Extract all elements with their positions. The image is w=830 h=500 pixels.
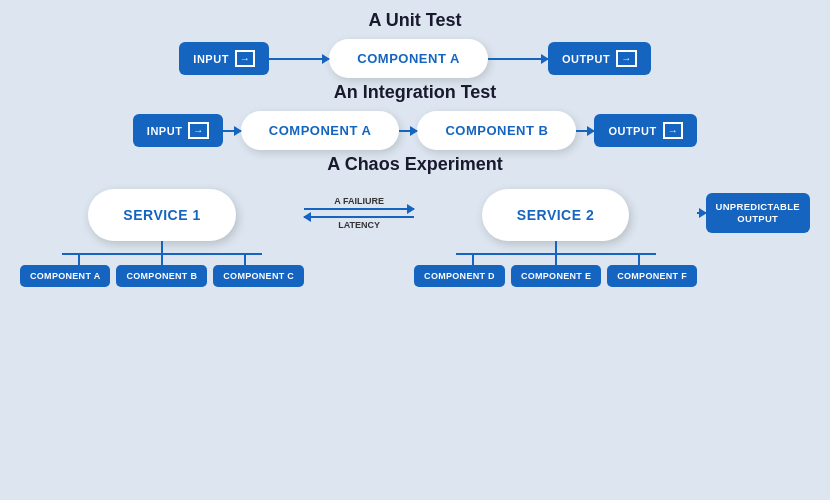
latency-label: LATENCY xyxy=(338,220,380,230)
int-arrow1 xyxy=(223,130,241,132)
s2-comp-d: COMPONENT D xyxy=(414,265,505,287)
s1-branch-left xyxy=(78,253,80,265)
service2-components: COMPONENT D COMPONENT E COMPONENT F xyxy=(414,265,697,287)
failure-label: A FAILIURE xyxy=(334,196,384,206)
chaos-title: A Chaos Experiment xyxy=(20,154,810,175)
unit-component-a: COMPONENT A xyxy=(329,39,488,78)
integration-output-label: OUTPUT xyxy=(608,125,656,137)
unit-test-row: INPUT → COMPONENT A OUTPUT → xyxy=(20,39,810,78)
output-arrow xyxy=(697,212,705,214)
s1-comp-c-label: COMPONENT C xyxy=(223,271,294,281)
unpredictable-line2: OUTPUT xyxy=(716,213,800,225)
s2-comp-f-label: COMPONENT F xyxy=(617,271,687,281)
unit-output-label: OUTPUT xyxy=(562,53,610,65)
failure-arrow xyxy=(304,208,414,210)
service2-horiz xyxy=(456,253,656,255)
output-icon-2: → xyxy=(663,122,684,139)
s2-branch-left xyxy=(472,253,474,265)
unit-input-label: INPUT xyxy=(193,53,229,65)
integration-output-box: OUTPUT → xyxy=(594,114,697,147)
integration-test-section: An Integration Test INPUT → COMPONENT A … xyxy=(20,82,810,150)
s1-comp-a: COMPONENT A xyxy=(20,265,110,287)
service1-group: SERVICE 1 xyxy=(20,189,304,287)
s2-branch-center xyxy=(555,253,557,265)
unit-test-section: A Unit Test INPUT → COMPONENT A OUTPUT xyxy=(20,10,810,78)
s1-branch-right xyxy=(244,253,246,265)
unit-output-box: OUTPUT → xyxy=(548,42,651,75)
service2-pill: SERVICE 2 xyxy=(482,189,629,241)
integration-component-b: COMPONENT B xyxy=(417,111,576,150)
output-icon: → xyxy=(616,50,637,67)
int-comp-b-label: COMPONENT B xyxy=(445,123,548,138)
unpredictable-output-box: UNPREDICTABLE OUTPUT xyxy=(706,193,810,234)
integration-test-title: An Integration Test xyxy=(20,82,810,103)
integration-input-label: INPUT xyxy=(147,125,183,137)
service1-vert xyxy=(161,241,163,253)
integration-test-row: INPUT → COMPONENT A COMPONENT B xyxy=(20,111,810,150)
s1-comp-b-label: COMPONENT B xyxy=(126,271,197,281)
s2-branch-right xyxy=(638,253,640,265)
chaos-main-row: SERVICE 1 xyxy=(20,183,810,293)
s1-comp-c: COMPONENT C xyxy=(213,265,304,287)
s1-branch-center xyxy=(161,253,163,265)
unit-component-label: COMPONENT A xyxy=(357,51,460,66)
chaos-section: A Chaos Experiment SERVICE 1 xyxy=(20,154,810,293)
s2-comp-f: COMPONENT F xyxy=(607,265,697,287)
service2-vert xyxy=(555,241,557,253)
s2-comp-d-label: COMPONENT D xyxy=(424,271,495,281)
unit-input-box: INPUT → xyxy=(179,42,269,75)
integration-component-a: COMPONENT A xyxy=(241,111,400,150)
service1-components: COMPONENT A COMPONENT B COMPONENT C xyxy=(20,265,304,287)
chaos-middle-arrows: A FAILIURE LATENCY xyxy=(304,183,414,243)
int-arrow2 xyxy=(399,130,417,132)
service2-group: SERVICE 2 xyxy=(414,189,697,287)
s1-comp-b: COMPONENT B xyxy=(116,265,207,287)
s2-comp-e: COMPONENT E xyxy=(511,265,601,287)
int-comp-a-label: COMPONENT A xyxy=(269,123,372,138)
service2-label: SERVICE 2 xyxy=(517,207,594,223)
service2-tree: COMPONENT D COMPONENT E COMPONENT F xyxy=(414,241,697,287)
service1-pill: SERVICE 1 xyxy=(88,189,235,241)
service1-horiz xyxy=(62,253,262,255)
diagram-container: A Unit Test INPUT → COMPONENT A OUTPUT xyxy=(0,0,830,500)
s2-comp-e-label: COMPONENT E xyxy=(521,271,591,281)
input-icon: → xyxy=(235,50,256,67)
input-icon-2: → xyxy=(188,122,209,139)
latency-arrow xyxy=(304,216,414,218)
int-arrow3 xyxy=(576,130,594,132)
integration-input-box: INPUT → xyxy=(133,114,223,147)
unit-arrow2 xyxy=(488,58,548,60)
unit-test-title: A Unit Test xyxy=(20,10,810,31)
s1-comp-a-label: COMPONENT A xyxy=(30,271,100,281)
unit-arrow1 xyxy=(269,58,329,60)
service1-tree: COMPONENT A COMPONENT B COMPONENT C xyxy=(20,241,304,287)
unpredictable-line1: UNPREDICTABLE xyxy=(716,201,800,213)
service1-label: SERVICE 1 xyxy=(123,207,200,223)
